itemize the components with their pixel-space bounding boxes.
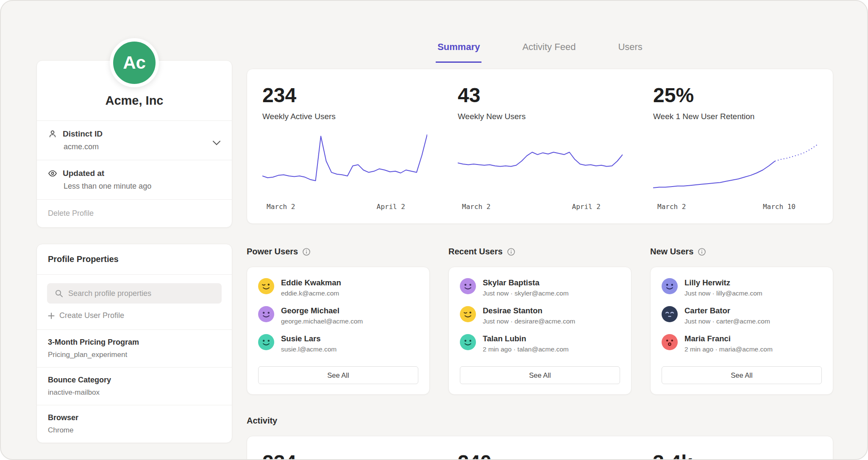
distinct-id-row[interactable]: Distinct ID acme.com bbox=[37, 120, 232, 160]
stat-title: Weekly New Users bbox=[458, 112, 623, 121]
recent-users-section: Recent Users Skylar Baptista Just now · … bbox=[448, 247, 632, 395]
user-avatar bbox=[662, 306, 678, 322]
company-name: Acme, Inc bbox=[37, 94, 232, 120]
see-all-button[interactable]: See All bbox=[258, 366, 418, 384]
new-users-section: New Users Lilly Herwitz Just now · lilly… bbox=[650, 247, 833, 395]
activity-card: 234 240 3.4k bbox=[247, 436, 833, 460]
axis-label-start: March 2 bbox=[462, 203, 490, 211]
activity-section: Activity 234 240 3.4k bbox=[247, 416, 833, 460]
property-item: Bounce Category inactive-mailbox bbox=[37, 367, 232, 405]
user-name: Talan Lubin bbox=[483, 334, 569, 343]
user-avatar bbox=[662, 278, 678, 294]
user-subtitle: Just now · desirare@acme.com bbox=[483, 318, 575, 325]
stat-weekly-new-users: 43 Weekly New Users March 2 April 2 bbox=[442, 84, 638, 211]
info-icon[interactable] bbox=[698, 248, 706, 256]
company-avatar: Ac bbox=[110, 38, 159, 87]
search-input[interactable] bbox=[47, 283, 222, 304]
user-subtitle: Just now · carter@acme.com bbox=[684, 318, 770, 325]
stat-retention: 25% Week 1 New User Retention March 2 Ma… bbox=[638, 84, 833, 211]
retention-chart bbox=[653, 132, 818, 196]
chevron-down-icon[interactable] bbox=[212, 140, 221, 145]
axis-label-end: April 2 bbox=[377, 203, 405, 211]
user-sections: Power Users Eddie Kwakman eddie.k@acme.c… bbox=[247, 247, 833, 395]
eye-icon bbox=[48, 169, 57, 178]
delete-profile-button[interactable]: Delete Profile bbox=[37, 199, 232, 227]
activity-title: Activity bbox=[247, 416, 833, 426]
user-row[interactable]: Desirae Stanton Just now · desirare@acme… bbox=[460, 306, 620, 325]
weekly-active-users-chart bbox=[262, 132, 427, 196]
profile-sidebar: Ac Acme, Inc Distinct ID acme.com bbox=[36, 38, 232, 443]
axis-label-end: April 2 bbox=[572, 203, 601, 211]
search-wrapper bbox=[37, 275, 232, 304]
user-name: Desirae Stanton bbox=[483, 306, 575, 315]
user-row[interactable]: Maria Franci 2 min ago · maria@acme.com bbox=[662, 334, 822, 353]
activity-stat: 240 bbox=[458, 451, 623, 460]
tab-summary[interactable]: Summary bbox=[436, 38, 481, 63]
user-row[interactable]: Lilly Herwitz Just now · lilly@acme.com bbox=[662, 278, 822, 297]
axis-label-start: March 2 bbox=[657, 203, 686, 211]
user-subtitle: eddie.k@acme.com bbox=[281, 290, 341, 297]
activity-stat: 234 bbox=[262, 451, 427, 460]
user-subtitle: Just now · skyler@acme.com bbox=[483, 290, 569, 297]
user-subtitle: george.michael@acme.com bbox=[281, 318, 363, 325]
user-row[interactable]: Skylar Baptista Just now · skyler@acme.c… bbox=[460, 278, 620, 297]
stat-value: 43 bbox=[458, 84, 623, 107]
user-avatar bbox=[258, 306, 274, 322]
axis-label-end: March 10 bbox=[763, 203, 796, 211]
weekly-new-users-chart bbox=[458, 132, 623, 196]
user-row[interactable]: Carter Bator Just now · carter@acme.com bbox=[662, 306, 822, 325]
user-name: George Michael bbox=[281, 306, 363, 315]
app-window: Ac Acme, Inc Distinct ID acme.com bbox=[0, 0, 868, 460]
user-avatar bbox=[460, 306, 476, 322]
section-title: Power Users bbox=[247, 247, 298, 256]
user-avatar bbox=[460, 278, 476, 294]
user-row[interactable]: Talan Lubin 2 min ago · talan@acme.com bbox=[460, 334, 620, 353]
summary-stats-card: 234 Weekly Active Users March 2 April 2 … bbox=[247, 69, 833, 224]
user-row[interactable]: Susie Lars susie.l@acme.com bbox=[258, 334, 418, 353]
create-user-profile-label: Create User Profile bbox=[59, 311, 124, 320]
user-name: Carter Bator bbox=[684, 306, 770, 315]
property-value: Pricing_plan_experiment bbox=[48, 351, 221, 359]
user-name: Lilly Herwitz bbox=[684, 278, 762, 287]
new-users-card: Lilly Herwitz Just now · lilly@acme.com … bbox=[650, 267, 833, 395]
user-avatar bbox=[258, 334, 274, 350]
user-row[interactable]: George Michael george.michael@acme.com bbox=[258, 306, 418, 325]
user-subtitle: susie.l@acme.com bbox=[281, 346, 337, 353]
stat-title: Weekly Active Users bbox=[262, 112, 427, 121]
property-label: Bounce Category bbox=[48, 376, 221, 385]
tab-users[interactable]: Users bbox=[616, 38, 644, 63]
activity-stat: 3.4k bbox=[653, 451, 818, 460]
user-subtitle: Just now · lilly@acme.com bbox=[684, 290, 762, 297]
updated-at-label: Updated at bbox=[63, 169, 104, 178]
search-icon bbox=[55, 289, 63, 298]
user-subtitle: 2 min ago · talan@acme.com bbox=[483, 346, 569, 353]
updated-at-row: Updated at Less than one minute ago bbox=[37, 160, 232, 199]
distinct-id-label: Distinct ID bbox=[63, 129, 103, 139]
info-icon[interactable] bbox=[302, 248, 311, 256]
section-title: New Users bbox=[650, 247, 693, 256]
user-name: Eddie Kwakman bbox=[281, 278, 341, 287]
user-name: Maria Franci bbox=[684, 334, 773, 343]
property-label: 3-Month Pricing Program bbox=[48, 338, 221, 347]
user-subtitle: 2 min ago · maria@acme.com bbox=[684, 346, 773, 353]
person-icon bbox=[48, 129, 57, 139]
property-item: Browser Chrome bbox=[37, 405, 232, 443]
create-user-profile-button[interactable]: Create User Profile bbox=[37, 304, 232, 329]
power-users-section: Power Users Eddie Kwakman eddie.k@acme.c… bbox=[247, 247, 430, 395]
property-label: Browser bbox=[48, 413, 221, 422]
see-all-button[interactable]: See All bbox=[662, 366, 822, 384]
tab-activity-feed[interactable]: Activity Feed bbox=[520, 38, 577, 63]
main-content: Summary Activity Feed Users 234 Weekly A… bbox=[247, 38, 833, 460]
power-users-card: Eddie Kwakman eddie.k@acme.com George Mi… bbox=[247, 267, 430, 395]
plus-icon bbox=[48, 312, 55, 319]
stat-value: 234 bbox=[262, 84, 427, 107]
profile-properties-title: Profile Properties bbox=[37, 244, 232, 274]
user-row[interactable]: Eddie Kwakman eddie.k@acme.com bbox=[258, 278, 418, 297]
stat-weekly-active-users: 234 Weekly Active Users March 2 April 2 bbox=[247, 84, 442, 211]
axis-label-start: March 2 bbox=[267, 203, 295, 211]
tab-bar: Summary Activity Feed Users bbox=[247, 38, 833, 63]
info-icon[interactable] bbox=[507, 248, 515, 256]
recent-users-card: Skylar Baptista Just now · skyler@acme.c… bbox=[448, 267, 632, 395]
distinct-id-value: acme.com bbox=[64, 142, 221, 151]
see-all-button[interactable]: See All bbox=[460, 366, 620, 384]
